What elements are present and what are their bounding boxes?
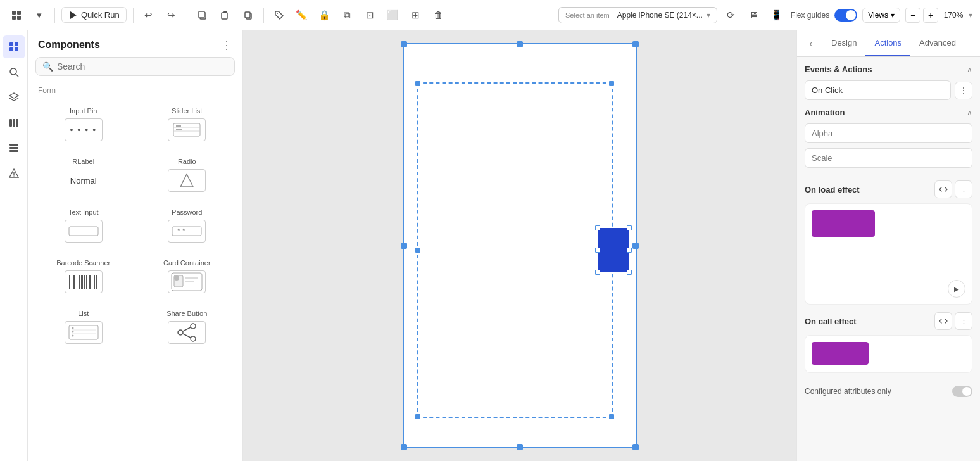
- views-button[interactable]: Views ▾: [862, 8, 900, 23]
- dashed-handle-tl[interactable]: [415, 81, 420, 86]
- configured-attributes-row: Configured attributes only: [805, 381, 972, 402]
- tag-icon[interactable]: [270, 6, 288, 24]
- device-dropdown[interactable]: Select an item Apple iPhone SE (214×... …: [558, 7, 717, 23]
- collapse-right-panel-button[interactable]: ‹: [802, 35, 820, 53]
- dashed-handle-bl[interactable]: [415, 414, 420, 419]
- handle-tr[interactable]: [632, 41, 639, 47]
- event-menu-button[interactable]: ⋮: [955, 82, 972, 99]
- blue-rect-handle-tl[interactable]: [595, 225, 600, 230]
- handle-mr[interactable]: [632, 243, 639, 249]
- on-call-menu-button[interactable]: ⋮: [955, 312, 972, 330]
- component-preview-slider-list: [168, 118, 206, 141]
- svg-rect-18: [9, 119, 12, 127]
- svg-point-56: [72, 331, 73, 333]
- sidebar-item-components[interactable]: [3, 137, 25, 160]
- flex-guides-toggle[interactable]: [834, 9, 857, 22]
- tab-actions[interactable]: Actions: [865, 30, 910, 56]
- frame-icon[interactable]: ⬜: [384, 6, 402, 24]
- on-call-effect-preview: [805, 335, 972, 373]
- undo-icon[interactable]: ↩: [140, 6, 158, 24]
- handle-ml[interactable]: [401, 243, 407, 249]
- project-icon[interactable]: [8, 6, 25, 24]
- on-load-play-button[interactable]: ▶: [948, 280, 965, 298]
- phone-frame[interactable]: [403, 43, 637, 448]
- redo-icon[interactable]: ↪: [163, 6, 180, 24]
- component-radio[interactable]: Radio: [137, 151, 238, 199]
- sidebar-item-layers[interactable]: [3, 86, 25, 109]
- component-input-pin[interactable]: Input Pin ● ● ● ●: [33, 100, 134, 148]
- components-menu-icon[interactable]: ⋮: [221, 38, 232, 52]
- device-name: Apple iPhone SE (214×...: [617, 11, 703, 20]
- dropdown-arrow-icon[interactable]: ▾: [30, 6, 48, 24]
- component-list[interactable]: List: [33, 303, 134, 351]
- configured-attributes-toggle[interactable]: [952, 386, 972, 397]
- blue-rect-handle-bl[interactable]: [595, 270, 600, 275]
- desktop-icon[interactable]: 🖥: [745, 6, 763, 24]
- sidebar-item-home[interactable]: [3, 35, 25, 58]
- component-preview-share-button: [168, 321, 206, 344]
- delete-icon[interactable]: 🗑: [430, 6, 448, 24]
- sidebar-item-search[interactable]: [3, 61, 25, 84]
- component-share-button[interactable]: Share Button: [137, 303, 238, 351]
- zoom-minus-button[interactable]: −: [905, 8, 920, 23]
- paste-icon[interactable]: [217, 6, 234, 24]
- search-icon: 🔍: [42, 61, 53, 72]
- handle-bm[interactable]: [517, 444, 523, 450]
- component-password[interactable]: Password * *: [137, 201, 238, 249]
- device-selector[interactable]: Select an item Apple iPhone SE (214×... …: [558, 6, 786, 24]
- phone-icon[interactable]: 📱: [768, 6, 786, 24]
- sidebar-item-warning[interactable]: [3, 162, 25, 185]
- copy-icon[interactable]: [194, 6, 211, 24]
- svg-rect-42: [86, 275, 87, 289]
- on-load-menu-button[interactable]: ⋮: [955, 180, 972, 198]
- on-call-code-button[interactable]: [934, 312, 952, 330]
- on-load-code-button[interactable]: [934, 180, 952, 198]
- component-barcode-scanner[interactable]: Barcode Scanner: [33, 252, 134, 300]
- svg-rect-7: [222, 13, 227, 19]
- animation-collapse-icon[interactable]: ∧: [967, 108, 972, 117]
- dashed-selection[interactable]: [417, 82, 613, 418]
- zoom-dropdown-arrow[interactable]: ▾: [969, 11, 972, 20]
- refresh-icon[interactable]: ⟳: [722, 6, 740, 24]
- events-actions-collapse-icon[interactable]: ∧: [967, 65, 972, 74]
- lock-icon[interactable]: 🔒: [316, 6, 334, 24]
- component-rlabel[interactable]: RLabel Normal: [33, 151, 134, 199]
- animation-section: Animation ∧: [805, 108, 972, 173]
- tab-design[interactable]: Design: [822, 30, 865, 56]
- alpha-input[interactable]: [805, 123, 972, 143]
- handle-bl[interactable]: [401, 444, 407, 450]
- layers-icon[interactable]: ⧉: [339, 6, 356, 24]
- component-text-input[interactable]: Text Input: [33, 201, 134, 249]
- handle-tl[interactable]: [401, 41, 407, 47]
- duplicate-icon[interactable]: [239, 6, 257, 24]
- event-trigger-dropdown[interactable]: On Click: [805, 80, 951, 100]
- canvas-area[interactable]: [243, 30, 796, 461]
- handle-tm[interactable]: [517, 41, 523, 47]
- blue-rect-handle-br[interactable]: [627, 270, 632, 275]
- blue-rect-handle-ml[interactable]: [595, 248, 600, 253]
- grid-icon[interactable]: ⊞: [407, 6, 425, 24]
- pen-icon[interactable]: ✏️: [293, 6, 311, 24]
- sidebar-item-library[interactable]: [3, 111, 25, 134]
- blue-rectangle[interactable]: [598, 228, 629, 272]
- svg-rect-21: [9, 144, 18, 146]
- handle-br[interactable]: [632, 444, 639, 450]
- quick-run-button[interactable]: Quick Run: [61, 7, 127, 23]
- component-card-container[interactable]: Card Container: [137, 252, 238, 300]
- blue-rect-handle-mr[interactable]: [627, 248, 632, 253]
- svg-rect-15: [15, 47, 18, 51]
- tab-advanced[interactable]: Advanced: [910, 30, 965, 56]
- zoom-plus-button[interactable]: +: [923, 8, 938, 23]
- search-input[interactable]: [57, 61, 228, 72]
- toggle-knob: [846, 10, 856, 20]
- component-slider-list[interactable]: Slider List: [137, 100, 238, 148]
- dashed-handle-br[interactable]: [609, 414, 614, 419]
- component-icon[interactable]: ⊡: [361, 6, 379, 24]
- component-name-list: List: [78, 310, 89, 317]
- blue-rect-handle-tr[interactable]: [627, 225, 632, 230]
- on-call-section: On call effect ⋮: [805, 312, 972, 373]
- toolbar: ▾ Quick Run ↩ ↪ ✏️ 🔒 ⧉: [0, 0, 980, 30]
- dashed-handle-tr[interactable]: [609, 81, 614, 86]
- scale-input[interactable]: [805, 148, 972, 168]
- dashed-handle-ml[interactable]: [415, 248, 420, 253]
